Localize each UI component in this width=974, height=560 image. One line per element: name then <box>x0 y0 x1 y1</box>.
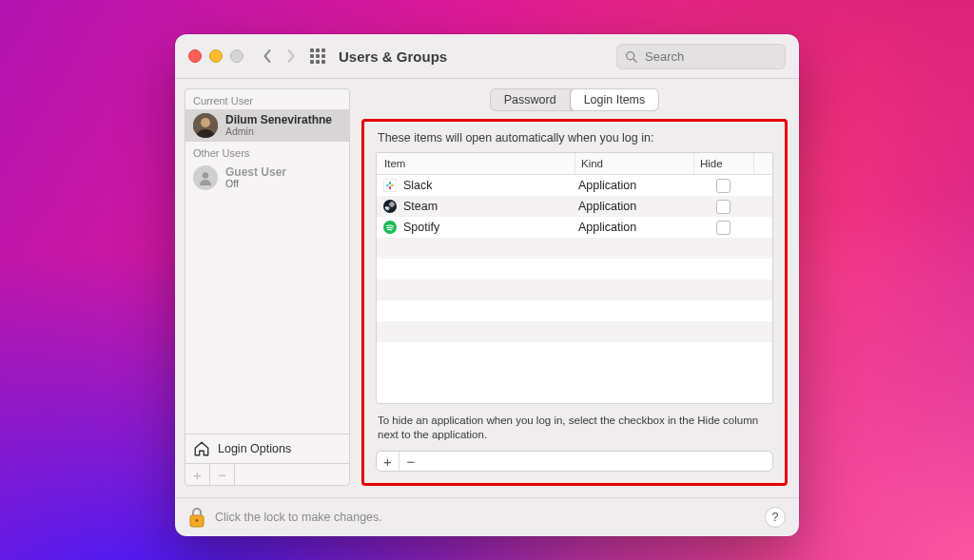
guest-avatar-icon <box>198 170 213 185</box>
forward-button[interactable] <box>280 44 301 68</box>
sidebar-section-other-users: Other Users <box>185 142 349 162</box>
svg-rect-8 <box>391 184 394 186</box>
sidebar-user-name: Dilum Senevirathne <box>225 114 332 126</box>
minimize-window-button[interactable] <box>209 49 223 63</box>
tab-bar: Password Login Items <box>490 88 660 111</box>
help-button[interactable]: ? <box>765 507 786 528</box>
sidebar-user-current[interactable]: Dilum Senevirathne Admin <box>185 109 349 142</box>
remove-user-button[interactable]: − <box>210 464 235 485</box>
remove-login-item-button[interactable]: − <box>399 452 422 471</box>
sidebar-user-role: Admin <box>225 126 332 137</box>
titlebar: Users & Groups <box>175 34 799 79</box>
login-items-hint: To hide an application when you log in, … <box>378 414 771 443</box>
svg-rect-9 <box>389 186 391 189</box>
add-user-button[interactable]: + <box>185 464 210 485</box>
chevron-right-icon <box>285 48 296 64</box>
login-options-label: Login Options <box>218 442 291 455</box>
item-kind: Application <box>573 175 691 196</box>
login-items-add-remove: + − <box>376 451 773 472</box>
chevron-left-icon <box>263 48 273 64</box>
window-title: Users & Groups <box>339 48 447 65</box>
svg-rect-6 <box>386 184 389 186</box>
svg-point-10 <box>383 200 397 213</box>
item-kind: Application <box>573 196 691 217</box>
item-name: Slack <box>403 179 433 192</box>
table-row <box>377 342 772 363</box>
svg-point-17 <box>196 519 199 522</box>
hide-checkbox[interactable] <box>716 200 730 214</box>
login-items-table: Item Kind Hide SlackApplicationSteamAppl… <box>376 152 773 404</box>
svg-point-12 <box>391 203 393 205</box>
search-icon <box>625 50 637 63</box>
window-controls <box>188 49 244 63</box>
hide-checkbox[interactable] <box>716 221 730 235</box>
svg-rect-7 <box>389 182 391 184</box>
avatar <box>193 113 218 138</box>
item-kind: Application <box>573 217 691 238</box>
back-button[interactable] <box>257 44 278 68</box>
main-content: Password Login Items These items will op… <box>361 88 788 486</box>
table-row[interactable]: SteamApplication <box>377 196 772 217</box>
col-item[interactable]: Item <box>377 153 575 174</box>
login-items-panel: These items will open automatically when… <box>361 119 788 486</box>
users-sidebar: Current User Dilum Senevirathne Admin Ot… <box>185 88 350 486</box>
hide-checkbox[interactable] <box>716 179 730 193</box>
sidebar-user-guest[interactable]: Guest User Off <box>185 162 349 194</box>
sidebar-section-current-user: Current User <box>185 89 349 109</box>
table-row <box>377 280 772 300</box>
close-window-button[interactable] <box>188 49 202 63</box>
table-row <box>377 238 772 259</box>
table-row <box>377 321 772 342</box>
avatar <box>193 165 218 190</box>
col-hide[interactable]: Hide <box>694 153 754 174</box>
svg-rect-5 <box>383 179 397 192</box>
svg-point-4 <box>203 172 208 178</box>
sidebar-add-remove: + − <box>185 463 349 485</box>
item-name: Steam <box>403 200 438 213</box>
login-items-description: These items will open automatically when… <box>378 131 773 145</box>
tab-password[interactable]: Password <box>491 89 571 110</box>
search-field[interactable] <box>616 44 786 69</box>
search-input[interactable] <box>643 48 777 65</box>
steam-icon <box>382 199 398 214</box>
col-kind[interactable]: Kind <box>575 153 694 174</box>
login-options-button[interactable]: Login Options <box>185 434 349 463</box>
svg-point-3 <box>201 118 210 127</box>
sidebar-user-name: Guest User <box>225 166 286 179</box>
zoom-window-button[interactable] <box>230 49 244 63</box>
table-row[interactable]: SpotifyApplication <box>377 217 772 238</box>
item-name: Spotify <box>403 221 439 234</box>
footer: Click the lock to make changes. ? <box>175 497 799 536</box>
lock-icon <box>188 507 205 528</box>
svg-line-1 <box>633 58 636 61</box>
system-preferences-window: Users & Groups Current User Dilum S <box>175 34 799 536</box>
table-row <box>377 300 772 321</box>
user-avatar-icon <box>193 113 218 138</box>
table-row[interactable]: SlackApplication <box>377 175 772 196</box>
show-all-prefs-button[interactable] <box>310 48 325 64</box>
add-login-item-button[interactable]: + <box>377 452 399 471</box>
house-icon <box>193 440 210 457</box>
sidebar-user-role: Off <box>225 178 286 189</box>
table-row <box>377 259 772 280</box>
lock-hint: Click the lock to make changes. <box>215 511 382 524</box>
spotify-icon <box>382 220 398 235</box>
tab-login-items[interactable]: Login Items <box>570 88 660 111</box>
table-header: Item Kind Hide <box>377 153 772 175</box>
lock-button[interactable] <box>188 507 205 528</box>
slack-icon <box>382 178 398 193</box>
